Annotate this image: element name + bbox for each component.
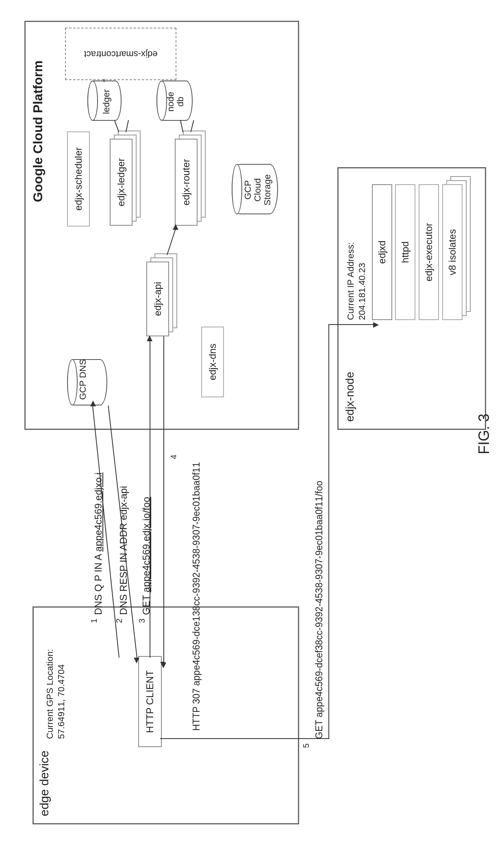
edjx-dns-box: edjx-dns — [201, 327, 224, 397]
edjx-dns-label: edjx-dns — [207, 344, 218, 381]
api-router-arrowhead — [173, 224, 178, 230]
flow3-text-a: GET — [141, 592, 152, 615]
flow4-num: 4 — [169, 455, 178, 459]
flow5-vline1 — [160, 738, 329, 739]
flow3-text-b: appe4c569.edjx.io/foo — [141, 497, 152, 593]
flow2-label: DNS RESP IN ADDR edjx-api — [118, 486, 129, 615]
flow5-hline — [328, 324, 329, 739]
edjxd-label: edjxd — [376, 240, 388, 264]
flow4-line — [163, 336, 164, 663]
executor-label: edjx-executor — [423, 223, 434, 281]
flow5-arrowhead — [373, 322, 379, 328]
edjx-router-box: edjx-router — [175, 139, 198, 226]
flow5-num: 5 — [302, 743, 311, 748]
edge-device-box — [33, 606, 299, 824]
flow2-num: 2 — [115, 619, 124, 623]
http-client-label: HTTP CLIENT — [144, 670, 156, 733]
smart-contract-box: edjx-smartcontract — [65, 28, 176, 80]
edjxd-box: edjxd — [372, 184, 392, 320]
edjx-ledger-label: edjx-ledger — [115, 158, 127, 207]
flow1-text-a: DNS Q P IN A — [93, 551, 104, 615]
gcp-dns-label: GCP DNS — [78, 366, 88, 400]
edjx-scheduler-label: edjx-scheduler — [73, 147, 84, 211]
flow1-num: 1 — [89, 619, 99, 623]
gcp-storage-text3: Storage — [262, 174, 272, 205]
flow4-label: HTTP 307 appe4c569-dce138cc-9392-4538-93… — [191, 462, 202, 731]
flow1-label: DNS Q P IN A appe4c569.edjxo.i — [93, 473, 104, 615]
edge-device-title: edge device — [37, 750, 51, 816]
node-db-text1: node — [165, 92, 176, 112]
figure-label: FIG. 3 — [476, 414, 493, 454]
ip-label: Current IP Address: — [345, 242, 356, 320]
flow4-vline — [161, 662, 165, 663]
ip-value: 204.181.40.23 — [357, 263, 367, 320]
edjx-node-title: edjx-node — [343, 372, 356, 422]
smart-contract-label: edjx-smartcontract — [84, 48, 158, 59]
gps-value: 57.64911, 70.4704 — [56, 664, 67, 739]
gcp-dns-text: GCP DNS — [78, 359, 88, 400]
httpd-box: httpd — [395, 184, 415, 320]
edjx-scheduler-box: edjx-scheduler — [67, 131, 90, 227]
flow4-arrowhead — [161, 663, 166, 668]
edjx-api-label: edjx-api — [152, 282, 163, 316]
flow1-text-b: appe4c569.edjxo.i — [93, 473, 104, 552]
edjx-api-box: edjx-api — [146, 262, 169, 336]
ledger-db-text: ledger — [101, 89, 111, 114]
v8-box: v8 isolates — [442, 184, 463, 320]
flow3-num: 3 — [137, 619, 147, 623]
node-db-label: node db — [166, 86, 185, 118]
flow3-label: GET appe4c569.edjx.io/foo — [141, 497, 152, 615]
ledger-db-label: ledger — [102, 83, 111, 120]
flow1-arrowhead — [90, 401, 96, 406]
node-db-text2: db — [175, 97, 185, 107]
gcp-title: Google Cloud Platform — [30, 61, 46, 202]
gcp-storage-text2: Cloud — [252, 178, 263, 201]
http-client-box: HTTP CLIENT — [138, 656, 162, 747]
flow5-label: GET appe4c569-dcef38cc-9392-4538-9307-9e… — [314, 481, 325, 739]
gcp-storage-text1: GCP — [243, 180, 253, 200]
v8-label: v8 isolates — [447, 229, 458, 275]
flow2-arrowhead — [134, 658, 139, 663]
executor-box: edjx-executor — [419, 184, 439, 320]
ledger-smart-connector — [104, 79, 104, 82]
edjx-router-label: edjx-router — [180, 159, 192, 206]
httpd-label: httpd — [400, 241, 411, 263]
gps-label: Current GPS Location: — [45, 649, 55, 739]
gcp-storage-label: GCP Cloud Storage — [243, 169, 273, 211]
flow3-arrowhead — [147, 336, 152, 341]
edjx-ledger-box: edjx-ledger — [110, 139, 133, 226]
flow5-vline2 — [328, 324, 375, 325]
